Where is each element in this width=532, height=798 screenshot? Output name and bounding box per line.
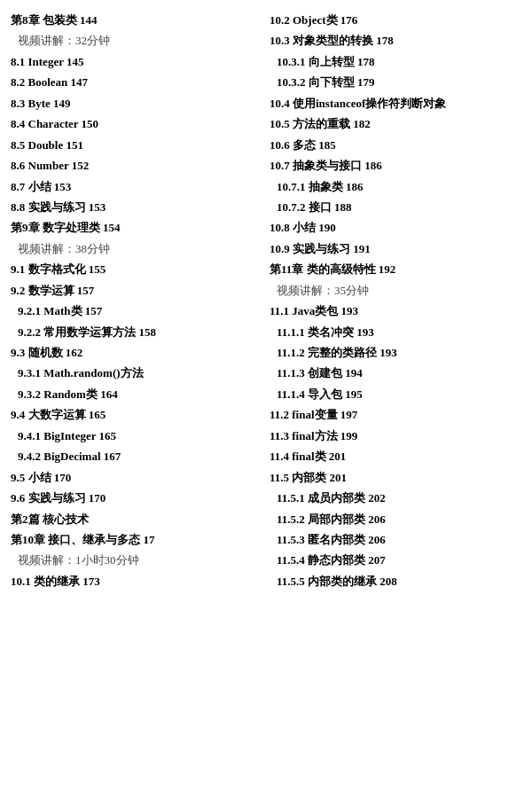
toc-item-right-col-22: 11.5 内部类 201 <box>270 468 521 487</box>
toc-item-right-col-24: 11.5.2 局部内部类 206 <box>270 510 521 528</box>
toc-item-right-col-25: 11.5.3 匿名内部类 206 <box>270 530 521 549</box>
toc-item-right-col-12: 第11章 类的高级特性 192 <box>270 260 521 278</box>
toc-item-left-col-2: 8.1 Integer 145 <box>11 52 262 71</box>
toc-item-left-col-8: 8.7 小结 153 <box>11 177 262 196</box>
toc-item-left-col-4: 8.3 Byte 149 <box>11 94 262 113</box>
toc-item-left-col-5: 8.4 Character 150 <box>11 114 262 133</box>
toc-item-left-col-18: 9.3.2 Random类 164 <box>11 385 262 403</box>
toc-item-right-col-2: 10.3.1 向上转型 178 <box>270 52 521 71</box>
toc-item-left-col-24: 第2篇 核心技术 <box>11 510 262 528</box>
toc-item-right-col-17: 11.1.3 创建包 194 <box>270 364 521 382</box>
toc-item-left-col-22: 9.5 小结 170 <box>11 468 262 487</box>
toc-item-right-col-3: 10.3.2 向下转型 179 <box>270 73 521 91</box>
toc-item-left-col-20: 9.4.1 BigInteger 165 <box>11 426 262 445</box>
toc-item-right-col-20: 11.3 final方法 199 <box>270 426 521 445</box>
toc-item-left-col-16: 9.3 随机数 162 <box>11 343 262 362</box>
toc-item-left-col-14: 9.2.1 Math类 157 <box>11 301 262 320</box>
toc-item-right-col-9: 10.7.2 接口 188 <box>270 198 521 216</box>
toc-item-left-col-21: 9.4.2 BigDecimal 167 <box>11 447 262 466</box>
toc-item-left-col-11: 视频讲解：38分钟 <box>11 239 262 258</box>
toc-item-left-col-26: 视频讲解：1小时30分钟 <box>11 551 262 569</box>
toc-item-right-col-7: 10.7 抽象类与接口 186 <box>270 156 521 175</box>
toc-item-left-col-13: 9.2 数学运算 157 <box>11 281 262 300</box>
toc-item-right-col-0: 10.2 Object类 176 <box>270 11 521 29</box>
toc-item-left-col-9: 8.8 实践与练习 153 <box>11 198 262 216</box>
toc-item-right-col-8: 10.7.1 抽象类 186 <box>270 177 521 196</box>
toc-item-right-col-4: 10.4 使用instanceof操作符判断对象 <box>270 94 521 113</box>
toc-item-right-col-14: 11.1 Java类包 193 <box>270 301 521 320</box>
toc-item-right-col-26: 11.5.4 静态内部类 207 <box>270 551 521 569</box>
toc-item-right-col-16: 11.1.2 完整的类路径 193 <box>270 343 521 362</box>
toc-item-left-col-1: 视频讲解：32分钟 <box>11 31 262 50</box>
toc-item-right-col-19: 11.2 final变量 197 <box>270 405 521 424</box>
toc-item-right-col-10: 10.8 小结 190 <box>270 218 521 237</box>
toc-item-right-col-1: 10.3 对象类型的转换 178 <box>270 31 521 50</box>
toc-item-left-col-6: 8.5 Double 151 <box>11 136 262 154</box>
toc-item-right-col-23: 11.5.1 成员内部类 202 <box>270 489 521 507</box>
toc-item-right-col-13: 视频讲解：35分钟 <box>270 281 521 300</box>
toc-item-right-col-6: 10.6 多态 185 <box>270 136 521 154</box>
toc-item-right-col-15: 11.1.1 类名冲突 193 <box>270 323 521 341</box>
toc-item-left-col-15: 9.2.2 常用数学运算方法 158 <box>11 323 262 341</box>
toc-item-left-col-10: 第9章 数字处理类 154 <box>11 218 262 237</box>
toc-item-right-col-18: 11.1.4 导入包 195 <box>270 385 521 403</box>
toc-item-left-col-19: 9.4 大数字运算 165 <box>11 405 262 424</box>
toc-item-left-col-3: 8.2 Boolean 147 <box>11 73 262 91</box>
toc-item-left-col-7: 8.6 Number 152 <box>11 156 262 175</box>
toc-item-right-col-21: 11.4 final类 201 <box>270 447 521 466</box>
toc-item-left-col-0: 第8章 包装类 144 <box>11 11 262 29</box>
toc-item-left-col-27: 10.1 类的继承 173 <box>11 572 262 591</box>
toc-item-right-col-27: 11.5.5 内部类的继承 208 <box>270 572 521 591</box>
toc-item-left-col-25: 第10章 接口、继承与多态 17 <box>11 530 262 549</box>
toc-item-left-col-23: 9.6 实践与练习 170 <box>11 489 262 507</box>
toc-item-right-col-5: 10.5 方法的重载 182 <box>270 114 521 133</box>
left-column: 第8章 包装类 144视频讲解：32分钟8.1 Integer 1458.2 B… <box>7 9 266 592</box>
toc-item-right-col-11: 10.9 实践与练习 191 <box>270 239 521 258</box>
right-column: 10.2 Object类 17610.3 对象类型的转换 17810.3.1 向… <box>266 9 525 592</box>
toc-item-left-col-17: 9.3.1 Math.random()方法 <box>11 364 262 382</box>
toc-item-left-col-12: 9.1 数字格式化 155 <box>11 260 262 278</box>
toc-container: 第8章 包装类 144视频讲解：32分钟8.1 Integer 1458.2 B… <box>7 9 525 592</box>
